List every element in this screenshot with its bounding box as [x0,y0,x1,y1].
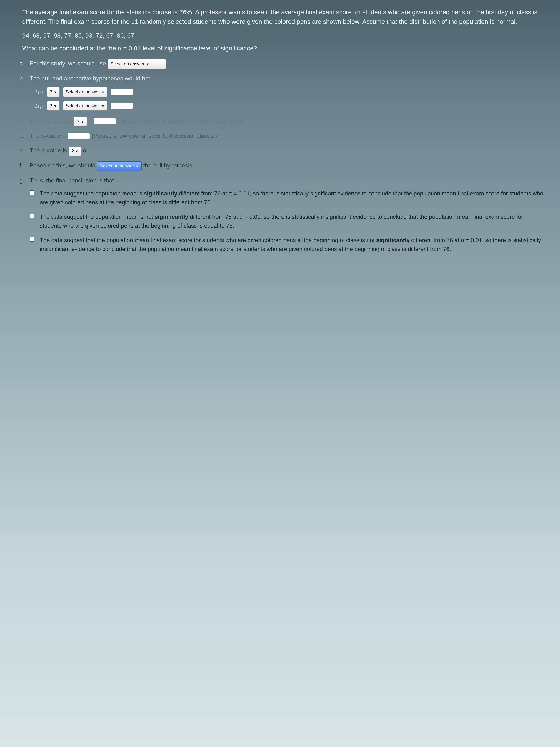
item-c-before: The test statistic [30,118,74,124]
chevron-down-icon: ▼ [54,91,57,94]
item-a-text: For this study, we should use [30,60,108,67]
item-f-before: Based on this, we should [30,162,97,169]
checkbox-3[interactable] [30,237,34,242]
chevron-down-icon: ▼ [101,104,105,108]
opt3-bold: significantly [376,237,410,243]
item-f: f. Based on this, we should Select an an… [30,160,545,171]
marker-c: c. [20,116,24,126]
pvalue-compare-select[interactable]: ?▼ [69,146,81,156]
item-e: e. The p-value is ?▼ α [30,146,545,156]
item-e-before: The p-value is [30,147,69,154]
checkbox-1[interactable] [30,190,34,195]
marker-a: a. [20,58,24,68]
item-g-text: Thus, the final conclusion is that ... [30,177,121,184]
marker-e: e. [20,146,24,155]
problem-intro: The average final exam score for the sta… [22,7,545,26]
opt2-bold: significantly [155,214,188,220]
h1-value-input[interactable] [111,103,133,109]
h0-label: H0: [35,87,44,97]
h1-operator-select[interactable]: Select an answer▼ [63,101,107,111]
item-d-after: (Please show your answer to 4 decimal pl… [91,132,217,139]
item-a: a. For this study, we should use Select … [30,58,545,69]
h1-param-select[interactable]: ?▼ [47,101,60,111]
item-c: c. The test statistic ?▼ = (please show … [30,116,545,126]
marker-b: b. [20,73,24,83]
checkbox-2[interactable] [30,214,34,218]
item-b-text: The null and alternative hypotheses woul… [30,75,150,82]
main-question: What can be concluded at the the α = 0.0… [22,45,545,52]
select-test-type[interactable]: Select an answer▼ [108,59,166,69]
option-2: The data suggest the population mean is … [40,212,545,230]
test-stat-symbol-select[interactable]: ?▼ [74,117,87,126]
pvalue-input[interactable] [68,133,90,139]
item-d-before: The p-value = [30,132,68,139]
h1-row: H1: ?▼ Select an answer▼ [35,101,545,111]
h0-param-select[interactable]: ?▼ [47,87,60,97]
option-3: The data suggest that the population mea… [40,236,545,254]
chevron-down-icon: ▼ [75,150,79,153]
marker-d: d. [20,131,24,141]
h1-label: H1: [35,101,44,111]
marker-g: g. [20,176,24,185]
chevron-down-icon: ▼ [101,91,105,94]
sample-data: 94, 68, 97, 98, 77, 85, 93, 72, 67, 86, … [22,32,545,39]
decision-select[interactable]: Select an answer▼ [97,161,142,171]
h0-operator-select[interactable]: Select an answer▼ [63,87,107,97]
chevron-down-icon: ▼ [54,104,57,108]
equals-sign: = [88,118,94,124]
opt3-text-a: The data suggest that the population mea… [40,237,376,243]
test-stat-input[interactable] [94,118,116,124]
option-1: The data suggest the populaton mean is s… [40,189,545,207]
item-d: d. The p-value = (Please show your answe… [30,131,545,141]
question-page: The average final exam score for the sta… [0,0,560,266]
opt1-bold: significantly [144,190,178,197]
conclusion-options: The data suggest the populaton mean is s… [30,189,545,254]
chevron-down-icon: ▼ [81,120,84,124]
question-list: a. For this study, we should use Select … [22,58,545,254]
opt2-text-a: The data suggest the population mean is … [40,214,155,220]
h0-value-input[interactable] [111,89,133,95]
item-b: b. The null and alternative hypotheses w… [30,73,545,111]
item-g: g. Thus, the final conclusion is that ..… [30,176,545,254]
chevron-down-icon: ▼ [136,164,139,168]
chevron-down-icon: ▼ [146,62,149,66]
item-f-after: the null hypothesis. [143,162,194,169]
item-c-after: (please show your answer to 3 decimal pl… [117,118,242,124]
alpha-symbol: α [83,147,86,154]
marker-f: f. [20,160,23,171]
opt1-text-a: The data suggest the populaton mean is [40,190,144,197]
h0-row: H0: ?▼ Select an answer▼ [35,87,545,97]
